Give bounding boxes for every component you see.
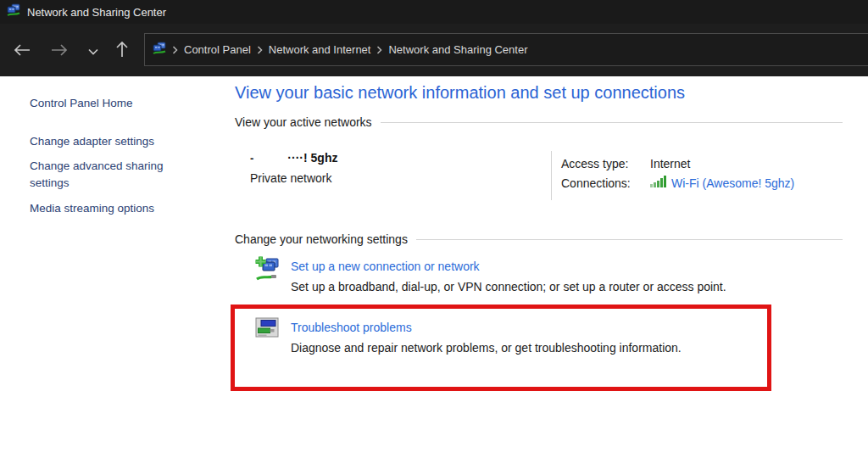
- section-label: Change your networking settings: [235, 232, 408, 246]
- sidebar-item-control-panel-home[interactable]: Control Panel Home: [30, 95, 133, 112]
- network-profile: Private network: [250, 171, 331, 185]
- access-type-label: Access type:: [561, 154, 650, 174]
- breadcrumb-network-and-sharing-center[interactable]: Network and Sharing Center: [388, 43, 527, 56]
- chevron-right-icon[interactable]: [376, 46, 382, 54]
- chevron-right-icon[interactable]: [172, 46, 178, 54]
- connection-link-label: Wi-Fi (Awesome! 5ghz): [671, 174, 794, 193]
- title-bar: Network and Sharing Center: [0, 0, 868, 24]
- forward-button[interactable]: [48, 41, 70, 61]
- wifi-signal-icon: [650, 174, 667, 193]
- connections-row: Connections: Wi-Fi (Awesome! 5ghz): [561, 174, 794, 193]
- new-connection-icon: [255, 256, 281, 283]
- navigation-bar: Control Panel Network and Internet Netwo…: [0, 24, 868, 76]
- set-up-new-connection-description: Set up a broadband, dial-up, or VPN conn…: [291, 280, 799, 293]
- recent-pages-button[interactable]: [82, 41, 104, 61]
- section-label: View your active networks: [235, 115, 372, 129]
- back-button[interactable]: [11, 41, 33, 61]
- network-details: Access type: Internet Connections:: [561, 154, 794, 193]
- address-bar[interactable]: Control Panel Network and Internet Netwo…: [144, 33, 868, 66]
- sidebar-item-change-adapter-settings[interactable]: Change adapter settings: [30, 133, 154, 150]
- sidebar-item-media-streaming-options[interactable]: Media streaming options: [30, 200, 154, 217]
- page-title: View your basic network information and …: [235, 83, 685, 103]
- chevron-down-icon: [88, 45, 98, 58]
- sidebar-item-change-advanced-sharing-settings[interactable]: Change advanced sharing settings: [30, 158, 186, 192]
- troubleshoot-problems-description: Diagnose and repair network problems, or…: [291, 341, 799, 355]
- section-divider: [381, 122, 843, 123]
- active-networks-section-header: View your active networks: [235, 115, 843, 129]
- network-center-icon: [7, 3, 20, 20]
- network-sharing-center-window: Network and Sharing Center: [0, 0, 868, 475]
- wifi-connection-link[interactable]: Wi-Fi (Awesome! 5ghz): [650, 174, 794, 193]
- window-title: Network and Sharing Center: [27, 6, 166, 19]
- troubleshoot-icon: [255, 317, 281, 344]
- chevron-right-icon[interactable]: [257, 46, 263, 54]
- active-network-name: - ····! 5ghz: [250, 151, 337, 165]
- up-button[interactable]: [111, 41, 133, 61]
- content-area: Control Panel Home Change adapter settin…: [0, 76, 868, 475]
- network-info-divider: [551, 151, 552, 200]
- section-divider: [416, 239, 843, 240]
- access-type-row: Access type: Internet: [561, 154, 794, 174]
- network-center-icon: [153, 42, 166, 59]
- network-name-prefix: -: [250, 152, 253, 165]
- set-up-new-connection-link[interactable]: Set up a new connection or network: [291, 260, 799, 273]
- access-type-value: Internet: [650, 154, 690, 174]
- network-name: ····! 5ghz: [287, 151, 337, 165]
- arrow-right-icon: [51, 44, 68, 59]
- breadcrumb-network-and-internet[interactable]: Network and Internet: [269, 43, 371, 56]
- arrow-left-icon: [14, 44, 31, 59]
- breadcrumb-control-panel[interactable]: Control Panel: [184, 43, 251, 56]
- troubleshoot-problems-link[interactable]: Troubleshoot problems: [291, 321, 799, 334]
- connections-label: Connections:: [561, 174, 650, 193]
- networking-settings-section-header: Change your networking settings: [235, 232, 843, 246]
- arrow-up-icon: [116, 42, 128, 60]
